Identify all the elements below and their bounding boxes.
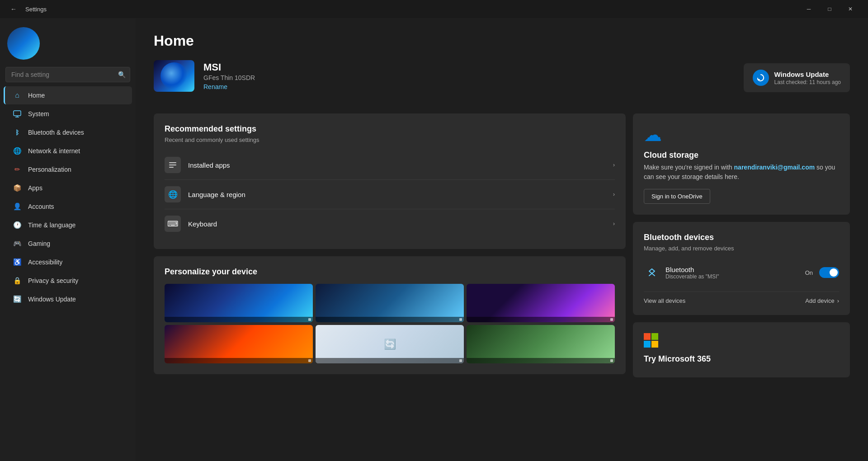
windows-update-chip[interactable]: Windows Update Last checked: 11 hours ag… <box>744 63 850 92</box>
gaming-icon: 🎮 <box>13 239 22 248</box>
update-icon: 🔄 <box>13 295 22 304</box>
svg-rect-3 <box>169 162 176 163</box>
accessibility-icon: ♿ <box>13 258 22 267</box>
wallpaper-2[interactable] <box>316 284 464 322</box>
svg-rect-4 <box>169 165 176 165</box>
svg-rect-7 <box>651 333 658 340</box>
windows-update-title: Windows Update <box>774 71 841 78</box>
wallpaper-6[interactable] <box>467 325 615 363</box>
keyboard-chevron: › <box>613 221 615 227</box>
bluetooth-device-sub: Discoverable as "MSI" <box>665 273 805 280</box>
privacy-icon: 🔒 <box>13 276 22 285</box>
app-title: Settings <box>25 6 47 13</box>
device-name: MSI <box>203 61 733 73</box>
sidebar-item-bluetooth[interactable]: ᛒ Bluetooth & devices <box>4 123 132 141</box>
recommended-subtitle: Recent and commonly used settings <box>165 136 615 143</box>
windows-update-subtitle: Last checked: 11 hours ago <box>774 79 841 85</box>
sidebar-item-label: Gaming <box>28 240 50 247</box>
device-logo <box>154 60 194 92</box>
sidebar-item-label: System <box>28 110 49 118</box>
device-info: MSI GFes Thin 10SDR Rename <box>203 61 733 90</box>
add-device-chevron: › <box>837 297 839 304</box>
sidebar-item-accessibility[interactable]: ♿ Accessibility <box>4 253 132 271</box>
wallpaper-5[interactable]: 🔄 <box>316 325 464 363</box>
window-controls: ─ □ ✕ <box>798 0 861 18</box>
back-button[interactable]: ← <box>7 3 20 15</box>
view-all-devices-link[interactable]: View all devices <box>644 297 805 304</box>
bluetooth-title: Bluetooth devices <box>644 233 839 242</box>
accounts-icon: 👤 <box>13 202 22 211</box>
sidebar-item-time[interactable]: 🕐 Time & language <box>4 216 132 234</box>
svg-rect-5 <box>169 167 174 168</box>
cloud-storage-text: Make sure you're signed in with narendir… <box>644 163 839 182</box>
sidebar-item-label: Bluetooth & devices <box>28 129 84 136</box>
sidebar-item-label: Accessibility <box>28 259 62 266</box>
time-icon: 🕐 <box>13 221 22 230</box>
personalize-title: Personalize your device <box>165 267 615 277</box>
avatar <box>7 27 40 60</box>
sign-in-onedrive-button[interactable]: Sign in to OneDrive <box>644 189 710 204</box>
bluetooth-icon: ᛒ <box>13 128 22 137</box>
sidebar-item-network[interactable]: 🌐 Network & internet <box>4 142 132 160</box>
windows-update-info: Windows Update Last checked: 11 hours ag… <box>774 71 841 85</box>
microsoft365-title: Try Microsoft 365 <box>644 354 839 364</box>
sidebar-item-label: Home <box>28 92 45 99</box>
bluetooth-device-row: Bluetooth Discoverable as "MSI" On <box>644 259 839 286</box>
close-button[interactable]: ✕ <box>840 0 861 18</box>
svg-rect-0 <box>14 111 21 116</box>
toggle-thumb <box>830 268 838 277</box>
sidebar-item-apps[interactable]: 📦 Apps <box>4 179 132 197</box>
bluetooth-device-name: Bluetooth <box>665 266 805 273</box>
sidebar-item-label: Personalization <box>28 166 71 173</box>
add-device-button[interactable]: Add device › <box>805 297 839 304</box>
sidebar-item-label: Apps <box>28 184 42 192</box>
bluetooth-toggle[interactable] <box>819 267 839 278</box>
installed-apps-chevron: › <box>613 162 615 168</box>
sidebar-item-personalization[interactable]: ✏ Personalization <box>4 160 132 179</box>
bluetooth-subtitle: Manage, add, and remove devices <box>644 245 839 252</box>
rec-item-installed-apps[interactable]: Installed apps › <box>165 151 615 180</box>
microsoft365-card: Try Microsoft 365 <box>633 322 850 377</box>
rec-item-language[interactable]: 🌐 Language & region › <box>165 180 615 209</box>
cloud-icon: ☁ <box>644 124 839 145</box>
wallpaper-1[interactable] <box>165 284 313 322</box>
sidebar-item-label: Windows Update <box>28 296 76 303</box>
sidebar-nav: ⌂ Home System ᛒ Bluetooth & devices 🌐 <box>0 86 136 309</box>
device-model: GFes Thin 10SDR <box>203 74 733 81</box>
home-icon: ⌂ <box>13 91 22 100</box>
content-area: Home MSI GFes Thin 10SDR Rename <box>136 18 868 461</box>
cloud-storage-card: ☁ Cloud storage Make sure you're signed … <box>633 113 850 215</box>
language-label: Language & region <box>188 191 606 198</box>
language-chevron: › <box>613 191 615 198</box>
sidebar-item-accounts[interactable]: 👤 Accounts <box>4 198 132 216</box>
system-icon <box>13 109 22 118</box>
personalization-icon: ✏ <box>13 165 22 174</box>
app-body: 🔍 ⌂ Home System ᛒ Bluetooth & devi <box>0 18 868 461</box>
search-icon: 🔍 <box>118 71 126 78</box>
apps-icon: 📦 <box>13 183 22 193</box>
sidebar-item-system[interactable]: System <box>4 105 132 123</box>
sidebar-item-gaming[interactable]: 🎮 Gaming <box>4 235 132 253</box>
bluetooth-toggle-label: On <box>805 269 813 276</box>
search-input[interactable] <box>5 67 130 82</box>
bluetooth-footer: View all devices Add device › <box>644 292 839 304</box>
device-card: MSI GFes Thin 10SDR Rename <box>154 60 733 92</box>
keyboard-icon: ⌨ <box>165 216 181 232</box>
svg-rect-9 <box>651 341 658 348</box>
language-icon: 🌐 <box>165 186 181 202</box>
rec-item-keyboard[interactable]: ⌨ Keyboard › <box>165 209 615 238</box>
bluetooth-device-icon <box>644 264 660 281</box>
minimize-button[interactable]: ─ <box>798 0 819 18</box>
device-rename-link[interactable]: Rename <box>203 83 733 90</box>
sidebar-item-update[interactable]: 🔄 Windows Update <box>4 290 132 308</box>
network-icon: 🌐 <box>13 146 22 155</box>
wallpaper-4[interactable] <box>165 325 313 363</box>
sidebar-item-privacy[interactable]: 🔒 Privacy & security <box>4 272 132 290</box>
cloud-email: narendiranviki@gmail.com <box>734 164 815 171</box>
wallpaper-3[interactable] <box>467 284 615 322</box>
main-grid: Recommended settings Recent and commonly… <box>154 113 850 377</box>
add-device-label: Add device <box>805 297 834 304</box>
sidebar-item-home[interactable]: ⌂ Home <box>4 86 132 104</box>
windows-update-icon <box>753 70 769 86</box>
maximize-button[interactable]: □ <box>819 0 840 18</box>
